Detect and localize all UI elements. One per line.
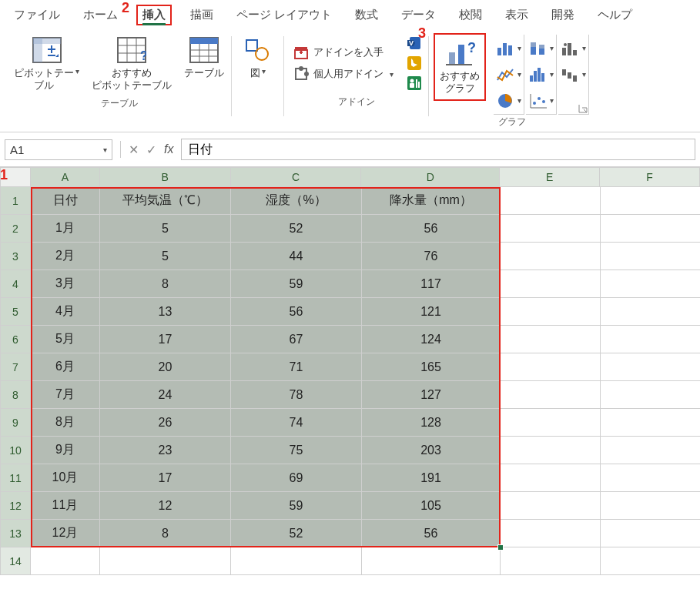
cell-C3[interactable]: 44	[231, 243, 362, 270]
cell-A9[interactable]: 8月	[31, 409, 100, 437]
row-header-12[interactable]: 12	[0, 492, 31, 520]
cell-B8[interactable]: 24	[100, 381, 231, 409]
row-header-7[interactable]: 7	[0, 353, 31, 381]
row-header-10[interactable]: 10	[0, 437, 31, 464]
cell-D3[interactable]: 76	[362, 243, 501, 270]
tab-formulas[interactable]: 数式	[350, 5, 383, 25]
cell-C13[interactable]: 52	[231, 520, 362, 547]
cell-E4[interactable]	[501, 270, 601, 298]
cell-B10[interactable]: 23	[100, 437, 231, 464]
cell-A1[interactable]: 日付	[31, 187, 100, 215]
cell-E3[interactable]	[501, 243, 601, 270]
cell-C12[interactable]: 59	[231, 492, 362, 520]
cell-E11[interactable]	[501, 464, 601, 492]
col-header-E[interactable]: E	[500, 167, 600, 187]
col-header-D[interactable]: D	[361, 167, 500, 187]
col-header-B[interactable]: B	[100, 167, 231, 187]
cell-C8[interactable]: 78	[231, 381, 362, 409]
cell-C6[interactable]: 67	[231, 326, 362, 353]
cell-D10[interactable]: 203	[362, 437, 501, 464]
cell-C10[interactable]: 75	[231, 437, 362, 464]
cell-E5[interactable]	[501, 298, 601, 326]
cell-D11[interactable]: 191	[362, 464, 501, 492]
cell-B13[interactable]: 8	[100, 520, 231, 547]
cell-B5[interactable]: 13	[100, 298, 231, 326]
row-header-9[interactable]: 9	[0, 409, 31, 437]
cell-A7[interactable]: 6月	[31, 353, 100, 381]
cell-E10[interactable]	[501, 437, 601, 464]
tab-insert[interactable]: 挿入	[136, 5, 172, 25]
cell-E2[interactable]	[501, 215, 601, 243]
cell-F2[interactable]	[601, 215, 700, 243]
cell-F9[interactable]	[601, 409, 700, 437]
cell-A2[interactable]: 1月	[31, 215, 100, 243]
cell-B9[interactable]: 26	[100, 409, 231, 437]
cell-F10[interactable]	[601, 437, 700, 464]
col-header-C[interactable]: C	[231, 167, 362, 187]
cell-E1[interactable]	[501, 187, 601, 215]
row-header-5[interactable]: 5	[0, 298, 31, 326]
row-header-6[interactable]: 6	[0, 326, 31, 353]
row-header-8[interactable]: 8	[0, 381, 31, 409]
row-header-14[interactable]: 14	[0, 547, 31, 575]
histogram-button[interactable]: ▾	[526, 61, 557, 89]
col-header-A[interactable]: A	[31, 167, 100, 187]
col-header-F[interactable]: F	[600, 167, 700, 187]
cell-A10[interactable]: 9月	[31, 437, 100, 464]
cell-C1[interactable]: 湿度（%）	[231, 187, 362, 215]
cell-B3[interactable]: 5	[100, 243, 231, 270]
line-chart-button[interactable]: ▾	[494, 61, 524, 89]
table-button[interactable]: テーブル	[181, 33, 227, 95]
row-header-13[interactable]: 13	[0, 520, 31, 547]
cell-D7[interactable]: 165	[362, 353, 501, 381]
illustrations-button[interactable]: 図▾	[236, 33, 280, 95]
cell-E9[interactable]	[501, 409, 601, 437]
cell-B6[interactable]: 17	[100, 326, 231, 353]
cell-A4[interactable]: 3月	[31, 270, 100, 298]
cell-B2[interactable]: 5	[100, 215, 231, 243]
cell-A5[interactable]: 4月	[31, 298, 100, 326]
cell-A11[interactable]: 10月	[31, 464, 100, 492]
cell-F8[interactable]	[601, 381, 700, 409]
cell-B1[interactable]: 平均気温（℃）	[100, 187, 231, 215]
cell-D9[interactable]: 128	[362, 409, 501, 437]
formula-input[interactable]	[181, 139, 695, 160]
tab-help[interactable]: ヘルプ	[593, 5, 637, 25]
cell-D14[interactable]	[362, 547, 501, 575]
cell-C7[interactable]: 71	[231, 353, 362, 381]
cell-D5[interactable]: 121	[362, 298, 501, 326]
cell-E7[interactable]	[501, 353, 601, 381]
row-header-4[interactable]: 4	[0, 270, 31, 298]
name-box[interactable]: A1 ▾	[5, 139, 112, 160]
row-header-2[interactable]: 2	[0, 215, 31, 243]
hierarchy-chart-button[interactable]: ▾	[558, 35, 589, 62]
tab-home[interactable]: ホーム	[79, 5, 122, 25]
cell-F1[interactable]	[601, 187, 700, 215]
waterfall-chart-button[interactable]: ▾	[558, 61, 589, 89]
cell-E6[interactable]	[501, 326, 601, 353]
cell-C5[interactable]: 56	[231, 298, 362, 326]
cell-F6[interactable]	[601, 326, 700, 353]
cell-B4[interactable]: 8	[100, 270, 231, 298]
cell-F3[interactable]	[601, 243, 700, 270]
cell-B11[interactable]: 17	[100, 464, 231, 492]
cell-C11[interactable]: 69	[231, 464, 362, 492]
cell-E8[interactable]	[501, 381, 601, 409]
pie-chart-button[interactable]: ▾	[494, 87, 524, 115]
cell-A14[interactable]	[31, 547, 100, 575]
recommended-pivot-button[interactable]: ? おすすめ ピボットテーブル	[89, 33, 175, 95]
chart-dialog-launcher[interactable]	[558, 87, 589, 115]
people-graph-icon[interactable]	[406, 75, 423, 92]
cell-C2[interactable]: 52	[231, 215, 362, 243]
cell-A12[interactable]: 11月	[31, 492, 100, 520]
tab-data[interactable]: データ	[397, 5, 440, 25]
cell-D2[interactable]: 56	[362, 215, 501, 243]
cell-F14[interactable]	[601, 547, 700, 575]
cell-D13[interactable]: 56	[362, 520, 501, 547]
cell-C4[interactable]: 59	[231, 270, 362, 298]
cell-F13[interactable]	[601, 520, 700, 547]
cell-F4[interactable]	[601, 270, 700, 298]
stacked-chart-button[interactable]: ▾	[526, 35, 557, 62]
tab-page-layout[interactable]: ページ レイアウト	[232, 5, 337, 25]
cell-B14[interactable]	[100, 547, 231, 575]
